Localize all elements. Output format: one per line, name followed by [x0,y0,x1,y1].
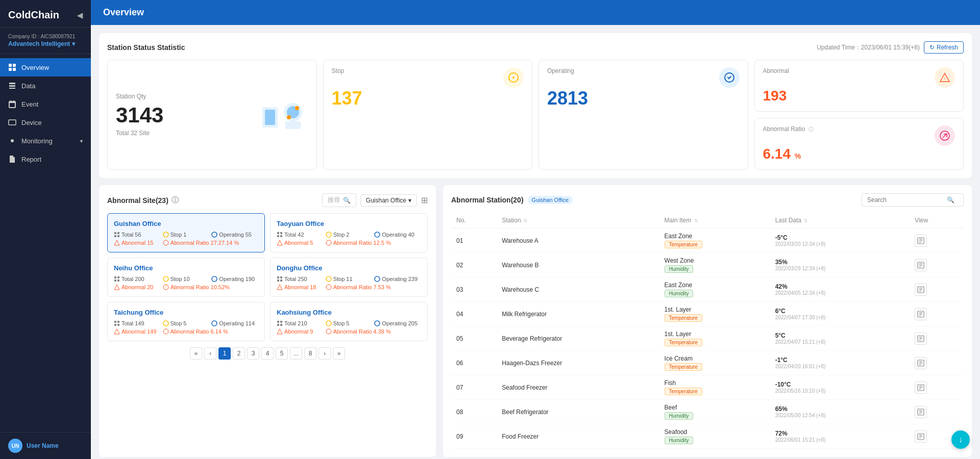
svg-rect-4 [9,120,16,125]
site-card-taoyuan[interactable]: Taoyuan Office Total 42 Stop 2 [270,213,428,252]
refresh-button[interactable]: ↻ Refresh [924,41,964,54]
svg-rect-28 [280,235,282,237]
item-type-tag: Humidity [665,290,694,297]
item-type-tag: Temperature [665,388,702,395]
view-button[interactable] [915,430,927,443]
cell-item: East Zone Humidity [659,277,770,302]
pagination-page-1[interactable]: 1 [218,347,231,360]
office-name-guishan: Guishan Office [114,220,258,227]
col-main-item[interactable]: Main Item ⇅ [659,213,770,228]
page-header: Overview [91,0,980,25]
operating-label: Operating [547,67,574,74]
abnormal-value: 193 [763,88,955,104]
table-row: 09 Food Freezer Seafood Humidity 72% 202… [451,424,964,449]
svg-rect-2 [9,68,12,71]
svg-point-12 [295,106,299,110]
sidebar-item-device[interactable]: Device [0,113,91,132]
site-search-box[interactable]: 搜尋 🔍 [322,193,356,207]
sidebar-item-monitoring[interactable]: Monitoring ▾ [0,132,91,150]
view-button[interactable] [915,333,927,345]
sidebar-item-data[interactable]: Data [0,76,91,95]
view-button[interactable] [915,357,927,369]
station-status-header: Station Status Statistic Updated Time：20… [107,41,964,54]
svg-text:!: ! [944,76,945,81]
company-name[interactable]: Advantech Intelligent ▾ [8,40,83,47]
cell-no: 03 [451,277,497,302]
svg-point-11 [287,115,291,119]
abnormal-label: Abnormal [763,67,789,74]
cell-no: 08 [451,400,497,424]
cell-station: Warehouse A [497,228,659,253]
svg-rect-46 [114,321,116,323]
table-search-input[interactable] [867,196,944,203]
site-pagination: « ‹ 1 2 3 4 5 ... 8 › » [107,347,428,360]
pagination-next[interactable]: › [318,347,331,360]
station-status-title: Station Status Statistic [107,43,185,52]
site-filter-icon[interactable]: ⊞ [421,195,428,205]
cell-view [910,326,964,351]
svg-rect-56 [280,324,282,326]
view-button[interactable] [915,406,927,418]
page-content: Station Status Statistic Updated Time：20… [91,25,980,459]
svg-rect-0 [9,64,12,67]
view-button[interactable] [915,284,927,296]
svg-rect-25 [277,232,279,234]
site-card-guishan[interactable]: Guishan Office Total 56 Stop 1 [107,213,265,252]
cell-item: 1st. Layer Temperature [659,326,770,351]
cell-item: Beef Humidity [659,400,770,424]
office-name-taoyuan: Taoyuan Office [277,220,421,227]
info-icon: ⓘ [808,126,814,132]
col-last-data[interactable]: Last Data ⇅ [770,213,910,228]
updated-time-text: Updated Time：2023/06/01 15:39(+8) [817,43,920,52]
download-button[interactable]: ↓ [951,430,970,449]
pagination-page-5[interactable]: 5 [276,347,288,360]
cell-no: 07 [451,375,497,400]
pagination-prev[interactable]: ‹ [204,347,216,360]
sidebar-collapse-button[interactable]: ◀ [77,11,83,19]
pagination-first[interactable]: « [190,347,202,360]
avatar: UN [8,439,22,453]
user-name[interactable]: User Name [27,442,59,449]
office-select-dropdown[interactable]: Guishan Office ▾ [360,194,417,207]
pagination-page-4[interactable]: 4 [261,347,274,360]
sidebar-item-report[interactable]: Report [0,150,91,168]
table-row: 02 Warehouse B West Zone Humidity 35% 20… [451,253,964,277]
lower-section: Abnormal Site(23) ⓘ 搜尋 🔍 Guishan Office … [99,185,972,457]
table-search-box[interactable]: 🔍 [862,193,964,207]
view-button[interactable] [915,381,927,394]
guishan-abnormal: Abnormal 15 [114,240,161,246]
pagination-last[interactable]: » [333,347,345,360]
cell-last-data: 35% 2022/03/29 12:34 (+8) [770,253,910,277]
download-icon: ↓ [959,435,963,444]
site-panel-header: Abnormal Site(23) ⓘ 搜尋 🔍 Guishan Office … [107,193,428,207]
col-no: No. [451,213,497,228]
view-button[interactable] [915,308,927,320]
page-title: Overview [103,7,144,17]
svg-point-45 [326,285,331,290]
site-card-taichung[interactable]: Taichung Office Total 149 Stop 5 [107,302,265,341]
svg-rect-42 [280,279,282,282]
pagination-page-8[interactable]: 8 [304,347,316,360]
sidebar: ColdChain ◀ Company ID : AICS80087921 Ad… [0,0,91,459]
abnormal-sites-panel: Abnormal Site(23) ⓘ 搜尋 🔍 Guishan Office … [99,185,436,457]
sidebar-item-event[interactable]: Event [0,95,91,113]
monitoring-expand-icon: ▾ [80,138,83,144]
pagination-page-2[interactable]: 2 [233,347,245,360]
svg-rect-49 [117,324,119,326]
site-card-neihu[interactable]: Neihu Office Total 200 Stop 10 [107,258,265,297]
site-card-kaohsiung[interactable]: Kaohsiung Office Total 210 Stop 5 [270,302,428,341]
svg-point-5 [11,139,14,142]
svg-point-57 [326,321,331,326]
pagination-ellipsis: ... [290,347,302,360]
cell-item: East Zone Temperature [659,228,770,253]
svg-point-31 [326,240,331,245]
guishan-ratio: Abnormal Ratio 27.27.14 % [163,240,258,246]
site-card-donghu[interactable]: Donghu Office Total 250 Stop 11 [270,258,428,297]
col-station[interactable]: Station ⇅ [497,213,659,228]
pagination-page-3[interactable]: 3 [247,347,259,360]
cell-station: Beef Refrigerator [497,400,659,424]
office-tag: Guishan Office [528,196,573,204]
sidebar-item-overview[interactable]: Overview [0,58,91,76]
view-button[interactable] [915,235,927,247]
view-button[interactable] [915,259,927,271]
